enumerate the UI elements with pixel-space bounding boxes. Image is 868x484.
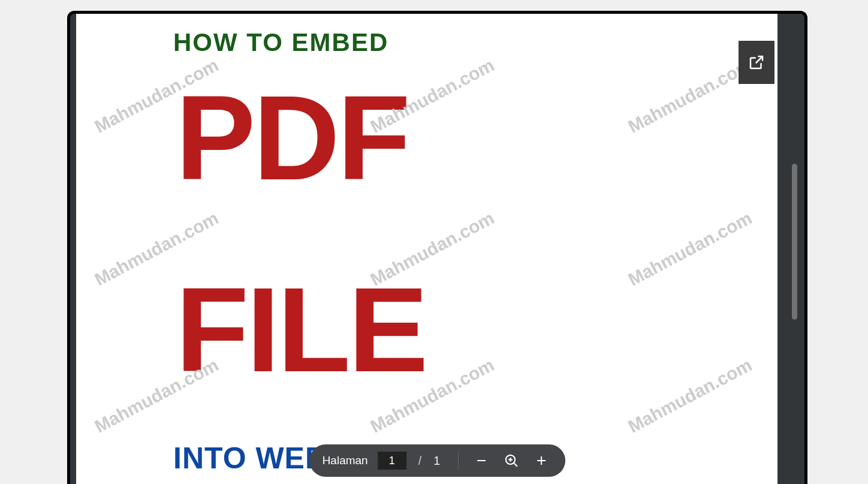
pdf-toolbar: Halaman / 1	[309, 444, 566, 477]
minus-icon	[474, 453, 489, 468]
page-label: Halaman	[323, 454, 368, 467]
scrollbar-thumb[interactable]	[792, 164, 797, 320]
pdf-viewer-frame: HOW TO EMBED PDF FILE INTO WEB PAGE Mahm…	[67, 11, 807, 484]
page-total: 1	[433, 454, 440, 468]
document-big-text-2: FILE	[176, 279, 682, 381]
scrollbar-track	[780, 14, 804, 484]
toolbar-divider	[458, 451, 459, 470]
page-separator: /	[418, 454, 422, 468]
pdf-page: HOW TO EMBED PDF FILE INTO WEB PAGE Mahm…	[76, 14, 777, 484]
zoom-icon	[504, 453, 519, 468]
zoom-in-button[interactable]	[531, 450, 552, 471]
watermark: Mahmudan.com	[625, 208, 755, 290]
popout-icon	[748, 53, 765, 71]
document-heading: HOW TO EMBED	[173, 28, 682, 57]
plus-icon	[534, 453, 548, 468]
zoom-reset-button[interactable]	[501, 450, 522, 471]
popout-button[interactable]	[739, 41, 774, 84]
document-big-text-1: PDF	[176, 87, 682, 189]
page-number-input[interactable]	[378, 452, 406, 470]
zoom-out-button[interactable]	[471, 450, 492, 471]
